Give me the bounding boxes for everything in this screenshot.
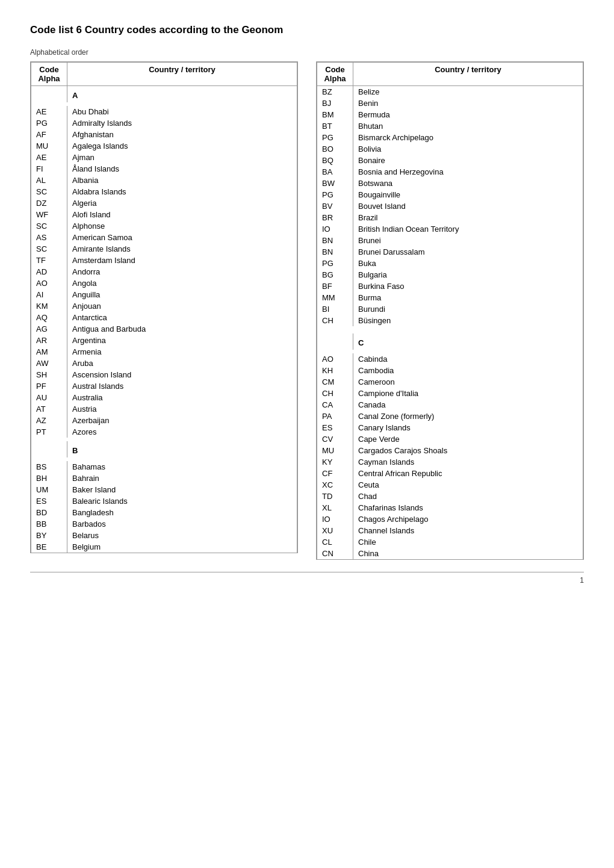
code-cell: PA	[317, 411, 353, 422]
table-row: BNBrunei	[317, 235, 583, 246]
country-cell: Antigua and Barbuda	[67, 323, 297, 335]
table-row: BGBulgaria	[317, 269, 583, 281]
table-row: PTAzores	[31, 426, 297, 438]
code-cell: IO	[317, 223, 353, 235]
country-cell: Chagos Archipelago	[353, 513, 583, 525]
table-row: CVCape Verde	[317, 433, 583, 445]
left-header-country: Country / territory	[67, 63, 297, 86]
code-cell: ES	[317, 422, 353, 433]
table-row: ADAndorra	[31, 266, 297, 277]
country-cell: Albania	[67, 175, 297, 186]
table-row: SHAscension Island	[31, 369, 297, 380]
country-cell: Agalega Islands	[67, 140, 297, 152]
code-cell: KH	[317, 365, 353, 376]
table-row: TFAmsterdam Island	[31, 255, 297, 266]
code-cell: BQ	[317, 155, 353, 166]
country-cell: Austral Islands	[67, 380, 297, 392]
code-cell: AI	[31, 289, 67, 300]
code-cell: BE	[31, 541, 67, 553]
code-cell: SC	[31, 220, 67, 232]
code-cell: MU	[31, 140, 67, 152]
table-row: AZAzerbaijan	[31, 415, 297, 426]
page-title: Code list 6 Country codes according to t…	[30, 24, 584, 36]
country-cell: Bouvet Island	[353, 200, 583, 212]
table-row: XUChannel Islands	[317, 525, 583, 536]
code-cell: MM	[317, 292, 353, 303]
code-cell: BH	[31, 473, 67, 484]
code-cell: BJ	[317, 98, 353, 109]
code-cell: AT	[31, 403, 67, 415]
code-cell: IO	[317, 513, 353, 525]
country-cell: Barbados	[67, 518, 297, 530]
code-cell: AO	[31, 277, 67, 289]
country-cell: Campione d'Italia	[353, 388, 583, 399]
code-cell: XU	[317, 525, 353, 536]
code-cell: KY	[317, 456, 353, 468]
table-row: KMAnjouan	[31, 300, 297, 312]
country-cell: Channel Islands	[353, 525, 583, 536]
table-row: BZBelize	[317, 86, 583, 98]
section-header-row: A	[31, 86, 297, 103]
table-row: WFAlofi Island	[31, 209, 297, 220]
code-cell: XC	[317, 479, 353, 491]
code-cell: PT	[31, 426, 67, 438]
country-cell: Bismarck Archipelago	[353, 132, 583, 143]
table-row: BBBarbados	[31, 518, 297, 530]
country-cell: Canal Zone (formerly)	[353, 411, 583, 422]
country-cell: Belarus	[67, 530, 297, 541]
country-cell: American Samoa	[67, 232, 297, 243]
code-cell: AL	[31, 175, 67, 186]
code-cell: CM	[317, 376, 353, 388]
country-cell: Angola	[67, 277, 297, 289]
country-cell: Argentina	[67, 335, 297, 346]
country-cell: Bulgaria	[353, 269, 583, 281]
table-row: SCAlphonse	[31, 220, 297, 232]
table-row: MUAgalega Islands	[31, 140, 297, 152]
table-row: PGBuka	[317, 258, 583, 269]
country-cell: Belize	[353, 86, 583, 98]
code-cell: MU	[317, 445, 353, 456]
code-cell: BT	[317, 120, 353, 132]
country-cell: Cargados Carajos Shoals	[353, 445, 583, 456]
table-row: BABosnia and Herzegovina	[317, 166, 583, 178]
table-row: BTBhutan	[317, 120, 583, 132]
country-cell: Buka	[353, 258, 583, 269]
table-row: AEAjman	[31, 152, 297, 163]
country-cell: Burma	[353, 292, 583, 303]
code-cell: AW	[31, 358, 67, 369]
table-row: PGAdmiralty Islands	[31, 117, 297, 129]
country-cell: Bonaire	[353, 155, 583, 166]
table-row: PACanal Zone (formerly)	[317, 411, 583, 422]
code-cell: BN	[317, 246, 353, 258]
page-number: 1	[30, 572, 584, 584]
table-row: UMBaker Island	[31, 484, 297, 495]
country-cell: Abu Dhabi	[67, 106, 297, 117]
code-cell: PG	[317, 189, 353, 200]
table-row: PGBougainville	[317, 189, 583, 200]
country-cell: Cayman Islands	[353, 456, 583, 468]
code-cell: BN	[317, 235, 353, 246]
country-cell: Admiralty Islands	[67, 117, 297, 129]
country-cell: Anjouan	[67, 300, 297, 312]
table-row: ESBalearic Islands	[31, 495, 297, 507]
code-cell: BY	[31, 530, 67, 541]
country-cell: Bahrain	[67, 473, 297, 484]
code-cell: BW	[317, 178, 353, 189]
code-cell: AF	[31, 129, 67, 140]
table-row: IOChagos Archipelago	[317, 513, 583, 525]
code-cell: TD	[317, 491, 353, 502]
country-cell: Aruba	[67, 358, 297, 369]
table-row: CHCampione d'Italia	[317, 388, 583, 399]
code-cell: BA	[317, 166, 353, 178]
country-cell: Amsterdam Island	[67, 255, 297, 266]
country-cell: Brunei	[353, 235, 583, 246]
table-row: AOCabinda	[317, 353, 583, 365]
country-cell: Benin	[353, 98, 583, 109]
code-cell: KM	[31, 300, 67, 312]
table-row: BOBolivia	[317, 143, 583, 155]
code-cell: AZ	[31, 415, 67, 426]
country-cell: Azores	[67, 426, 297, 438]
code-cell: AS	[31, 232, 67, 243]
country-cell: Büsingen	[353, 315, 583, 326]
table-row: AUAustralia	[31, 392, 297, 403]
